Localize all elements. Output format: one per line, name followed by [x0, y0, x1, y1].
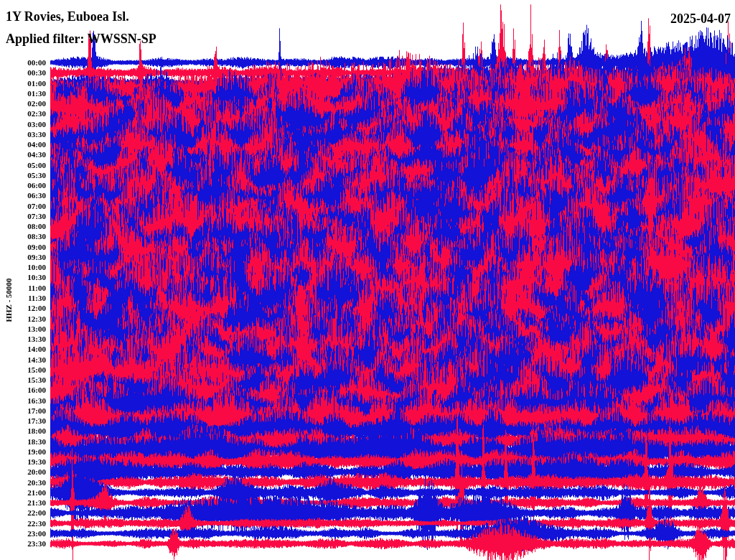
time-label: 01:00 [0, 80, 46, 88]
date-label: 2025-04-07 [670, 11, 731, 27]
time-label: 21:00 [0, 489, 46, 497]
time-label: 13:00 [0, 325, 46, 333]
time-label: 14:30 [0, 356, 46, 364]
time-label: 15:30 [0, 376, 46, 384]
helicorder-plot-canvas [0, 0, 735, 560]
time-label: 18:00 [0, 427, 46, 435]
time-label: 17:00 [0, 407, 46, 415]
time-label: 10:00 [0, 263, 46, 271]
channel-scale-label: HHZ - 50000 [4, 278, 13, 322]
time-label: 06:30 [0, 192, 46, 200]
time-label: 05:00 [0, 162, 46, 169]
time-label: 08:00 [0, 223, 46, 230]
time-label: 23:30 [0, 540, 46, 548]
time-label: 07:30 [0, 213, 46, 220]
time-label: 06:00 [0, 182, 46, 190]
time-label: 02:00 [0, 100, 46, 108]
time-label: 15:00 [0, 366, 46, 374]
time-label: 03:00 [0, 121, 46, 129]
helicorder-page: 1Y Rovies, Euboea Isl. Applied filter: W… [0, 0, 735, 560]
time-label: 04:00 [0, 141, 46, 149]
time-label: 09:00 [0, 243, 46, 251]
time-label: 20:00 [0, 468, 46, 476]
time-label: 01:30 [0, 90, 46, 98]
time-label: 16:00 [0, 386, 46, 394]
time-label: 07:00 [0, 202, 46, 210]
time-label: 20:30 [0, 479, 46, 487]
time-label: 08:30 [0, 233, 46, 241]
time-label: 23:00 [0, 530, 46, 538]
time-label: 04:30 [0, 151, 46, 159]
time-label: 14:00 [0, 345, 46, 353]
time-label: 19:30 [0, 458, 46, 466]
time-label: 19:00 [0, 448, 46, 456]
time-label: 09:30 [0, 253, 46, 261]
time-label: 22:30 [0, 520, 46, 528]
time-label: 02:30 [0, 110, 46, 118]
time-label: 00:30 [0, 69, 46, 77]
time-label: 17:30 [0, 417, 46, 425]
time-label: 22:00 [0, 509, 46, 517]
time-label: 03:30 [0, 131, 46, 139]
time-label: 18:30 [0, 438, 46, 446]
time-label: 13:30 [0, 335, 46, 343]
time-label: 16:30 [0, 397, 46, 405]
time-label: 00:00 [0, 59, 46, 67]
time-label: 21:30 [0, 499, 46, 507]
time-label: 05:30 [0, 172, 46, 179]
